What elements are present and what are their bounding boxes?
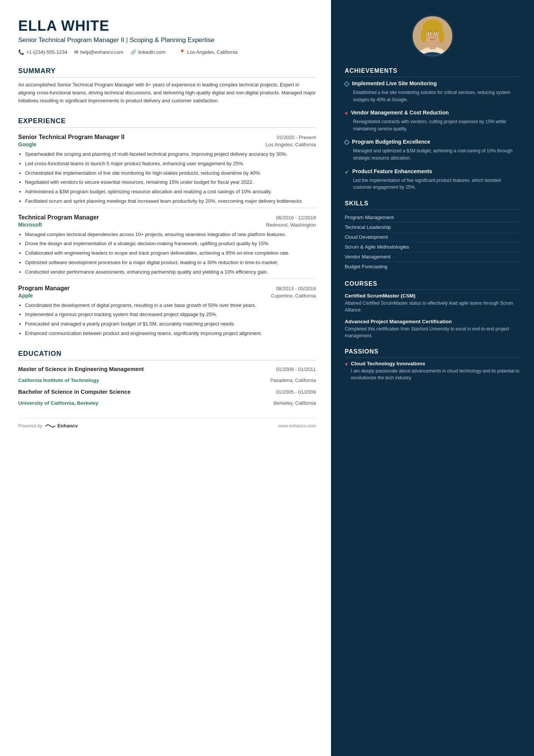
svg-point-9 [429,33,431,34]
left-column: ELLA WHITE Senior Technical Program Mana… [0,0,331,756]
passions-container: ♥Cloud Technology InnovationsI am deeply… [345,361,520,381]
summary-title: SUMMARY [18,67,316,78]
achievement-header: Implemented Live Site Monitoring [345,80,520,88]
achievement-desc: Established a live site monitoring solut… [345,89,520,103]
course-desc: Attained Certified ScrumMaster status to… [345,300,520,313]
achievement-item: ✔Product Feature EnhancementsLed the imp… [345,168,520,191]
svg-point-10 [435,33,436,34]
achievement-header: ♥Vendor Management & Cost Reduction [345,109,520,117]
candidate-name: ELLA WHITE [18,18,316,34]
courses-container: Certified ScrumMaster (CSM)Attained Cert… [345,293,520,339]
enhancv-logo: Enhancv [45,423,78,429]
summary-section: SUMMARY An accomplished Senior Technical… [18,67,316,105]
edu-subrow: California Institute of TechnologyPasade… [18,377,316,383]
education-container: Master of Science in Engineering Managem… [18,366,316,406]
job-location: Cupertino, California [271,293,316,299]
svg-point-11 [415,52,451,56]
achievement-item: Program Budgeting ExcellenceManaged and … [345,138,520,161]
powered-by-label: Powered by [18,423,42,429]
bullet-item: Conducted vendor performance assessments… [25,268,316,276]
edu-school: University of California, Berkeley [18,400,98,406]
linkedin-text: linkedin.com [138,49,166,55]
header: ELLA WHITE Senior Technical Program Mana… [18,18,316,55]
achievement-title: Product Feature Enhancements [352,168,432,175]
avatar-wrapper [345,15,520,57]
bullet-item: Optimized software development processes… [25,259,316,267]
email-icon: ✉ [74,49,78,55]
job-title: Technical Program Manager [18,214,99,221]
edu-location: Pasadena, California [270,377,316,383]
phone-text: +1-(234)-555-1234 [26,49,67,55]
bullet-item: Facilitated scrum and sprint planning me… [25,197,316,205]
job-company: Microsoft [18,222,42,228]
bullet-item: Orchestrated the implementation of live … [25,169,316,177]
achievement-icon: ♥ [345,110,348,117]
edu-degree: Master of Science in Engineering Managem… [18,366,144,372]
edu-degree: Bachelor of Science in Computer Science [18,388,131,395]
passion-title: Cloud Technology Innovations [351,361,520,366]
job-item: Program Manager08/2013 - 05/2016AppleCup… [18,279,316,338]
footer: Powered by Enhancv www.enhancv.com [18,418,316,429]
edu-item: Master of Science in Engineering Managem… [18,366,316,383]
achievement-desc: Managed and optimized a $3M budget, achi… [345,147,520,161]
job-item: Senior Technical Program Manager II01/20… [18,134,316,205]
candidate-title: Senior Technical Program Manager II | Sc… [18,36,316,45]
bullet-item: Administered a $3M program budget, optim… [25,188,316,196]
phone-icon: 📞 [18,49,24,55]
education-section: EDUCATION Master of Science in Engineeri… [18,350,316,406]
course-title: Advanced Project Management Certificatio… [345,319,520,324]
logo-icon [45,423,56,429]
job-company: Google [18,141,36,147]
email-contact: ✉ help@enhancv.com [74,49,123,55]
achievement-icon: ✔ [345,169,349,175]
job-dates: 06/2016 - 12/2019 [276,215,316,221]
achievements-title: ACHIEVEMENTS [345,67,520,77]
achievements-section: ACHIEVEMENTS Implemented Live Site Monit… [345,67,520,191]
course-item: Certified ScrumMaster (CSM)Attained Cert… [345,293,520,313]
achievement-header: Program Budgeting Excellence [345,138,520,146]
achievement-desc: Renegotiated contracts with vendors, cut… [345,118,520,132]
job-header: Senior Technical Program Manager II01/20… [18,134,316,141]
achievement-item: Implemented Live Site MonitoringEstablis… [345,80,520,103]
passion-desc: I am deeply passionate about advancement… [351,368,520,381]
job-header: Program Manager08/2013 - 05/2016 [18,285,316,292]
svg-point-6 [439,30,444,42]
job-item: Technical Program Manager06/2016 - 12/20… [18,208,316,276]
job-subheader: MicrosoftRedmond, Washington [18,222,316,228]
link-icon: 🔗 [130,49,136,55]
course-title: Certified ScrumMaster (CSM) [345,293,520,299]
job-bullets: Spearheaded the scoping and planning of … [18,150,316,205]
education-title: EDUCATION [18,350,316,360]
experience-container: Senior Technical Program Manager II01/20… [18,134,316,338]
edu-subrow: University of California, BerkeleyBerkel… [18,400,316,406]
job-bullets: Managed complex technical dependencies a… [18,231,316,276]
contact-row: 📞 +1-(234)-555-1234 ✉ help@enhancv.com 🔗… [18,49,316,55]
brand-name: Enhancv [57,423,78,429]
bullet-item: Drove the design and implementation of a… [25,240,316,248]
bullet-item: Managed complex technical dependencies a… [25,231,316,239]
job-dates: 08/2013 - 05/2016 [276,286,316,291]
edu-dates: 01/2009 - 01/2011 [276,366,316,372]
bullet-item: Negotiated with vendors to secure essent… [25,178,316,186]
achievements-container: Implemented Live Site MonitoringEstablis… [345,80,520,191]
passion-item: ♥Cloud Technology InnovationsI am deeply… [345,361,520,381]
avatar [412,15,453,57]
footer-left: Powered by Enhancv [18,423,78,429]
skill-item: Scrum & Agile Methodologies [345,242,520,252]
course-desc: Completed this certification from Stanfo… [345,326,520,339]
edu-row: Master of Science in Engineering Managem… [18,366,316,372]
skill-item: Budget Forecasting [345,262,520,271]
edu-school: California Institute of Technology [18,377,99,383]
job-company: Apple [18,293,33,299]
job-bullets: Coordinated the development of digital p… [18,302,316,338]
location-contact: 📍 Los Angeles, California [179,49,237,55]
job-dates: 01/2020 - Present [277,135,316,140]
experience-title: EXPERIENCE [18,117,316,128]
location-icon: 📍 [179,49,185,55]
email-text: help@enhancv.com [80,49,123,55]
achievement-title: Vendor Management & Cost Reduction [351,109,449,116]
job-subheader: GoogleLos Angeles, California [18,141,316,147]
right-column: ACHIEVEMENTS Implemented Live Site Monit… [331,0,534,756]
passion-content: Cloud Technology InnovationsI am deeply … [351,361,520,381]
summary-text: An accomplished Senior Technical Program… [18,81,316,105]
